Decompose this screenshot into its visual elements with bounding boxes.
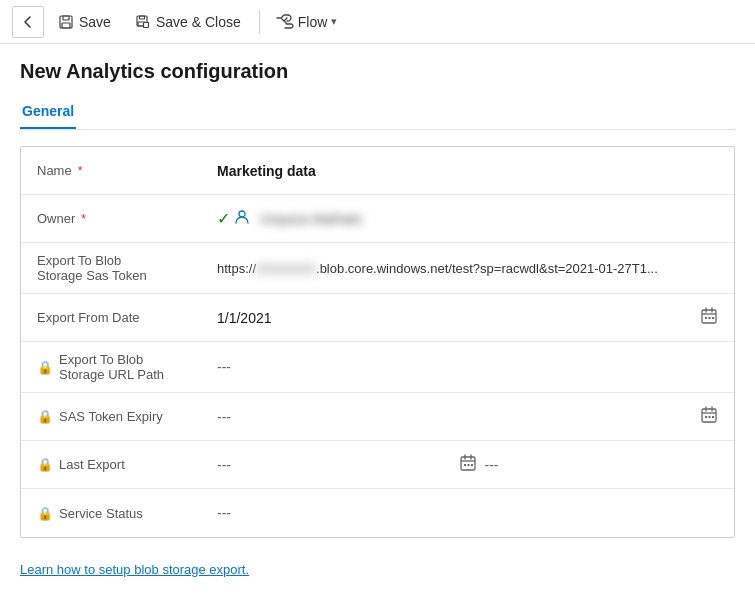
svg-rect-20 xyxy=(471,464,473,466)
sas-expiry-value: --- xyxy=(217,409,700,425)
svg-rect-1 xyxy=(63,16,69,20)
svg-rect-19 xyxy=(467,464,469,466)
service-status-value: --- xyxy=(217,505,718,521)
export-date-row: Export From Date 1/1/2021 xyxy=(21,294,734,342)
page-title: New Analytics configuration xyxy=(20,60,735,83)
name-value: Marketing data xyxy=(217,163,718,179)
svg-rect-15 xyxy=(709,416,711,418)
lock-icon-last-export: 🔒 xyxy=(37,457,53,472)
toolbar-divider xyxy=(259,10,260,34)
required-star: * xyxy=(78,164,83,178)
service-status-label: 🔒 Service Status xyxy=(37,506,217,521)
last-export-label: 🔒 Last Export xyxy=(37,457,217,472)
lock-icon-sas: 🔒 xyxy=(37,409,53,424)
svg-rect-9 xyxy=(702,310,716,323)
svg-point-8 xyxy=(239,211,245,217)
lock-icon-url: 🔒 xyxy=(37,360,53,375)
flow-dropdown-arrow: ▾ xyxy=(331,15,337,28)
export-url-value: --- xyxy=(217,359,718,375)
svg-rect-10 xyxy=(705,317,707,319)
last-export-calendar-icon[interactable] xyxy=(459,454,477,475)
last-export-value1: --- xyxy=(217,457,451,473)
flow-icon xyxy=(276,14,294,30)
sas-expiry-calendar-icon[interactable] xyxy=(700,406,718,427)
tabs: General xyxy=(20,95,735,130)
last-export-value2: --- xyxy=(485,457,719,473)
flow-label: Flow xyxy=(298,14,328,30)
export-url-label: 🔒 Export To Blob Storage URL Path xyxy=(37,352,217,382)
sas-expiry-row: 🔒 SAS Token Expiry --- xyxy=(21,393,734,441)
export-url-row: 🔒 Export To Blob Storage URL Path --- xyxy=(21,342,734,393)
owner-name: Urquiza Mathalo xyxy=(260,211,362,227)
save-label: Save xyxy=(79,14,111,30)
save-button[interactable]: Save xyxy=(48,9,121,35)
svg-rect-4 xyxy=(139,16,144,19)
owner-value: ✓ Urquiza Mathalo xyxy=(217,209,718,229)
export-date-calendar-icon[interactable] xyxy=(700,307,718,328)
blob-sas-value: https://.blob.core.windows.net/test?sp=r… xyxy=(217,261,718,276)
export-date-value: 1/1/2021 xyxy=(217,310,700,326)
export-date-label: Export From Date xyxy=(37,310,217,325)
learn-link-container: Learn how to setup blob storage export. xyxy=(20,550,735,577)
last-export-row: 🔒 Last Export --- --- xyxy=(21,441,734,489)
owner-label: Owner * xyxy=(37,211,217,226)
sas-expiry-label: 🔒 SAS Token Expiry xyxy=(37,409,217,424)
name-label: Name * xyxy=(37,163,217,178)
back-button[interactable] xyxy=(12,6,44,38)
learn-link[interactable]: Learn how to setup blob storage export. xyxy=(20,562,249,577)
flow-button[interactable]: Flow ▾ xyxy=(268,9,346,35)
tab-general[interactable]: General xyxy=(20,95,76,129)
owner-required-star: * xyxy=(81,212,86,226)
save-close-label: Save & Close xyxy=(156,14,241,30)
name-row: Name * Marketing data xyxy=(21,147,734,195)
owner-row: Owner * ✓ Urquiza Mathalo xyxy=(21,195,734,243)
svg-rect-11 xyxy=(709,317,711,319)
page-content: New Analytics configuration General Name… xyxy=(0,44,755,593)
owner-icons: ✓ xyxy=(217,209,250,229)
blob-sas-label: Export To Blob Storage Sas Token xyxy=(37,253,217,283)
svg-rect-13 xyxy=(702,409,716,422)
check-icon: ✓ xyxy=(217,209,230,228)
save-icon xyxy=(58,14,74,30)
svg-rect-14 xyxy=(705,416,707,418)
blob-sas-row: Export To Blob Storage Sas Token https:/… xyxy=(21,243,734,294)
svg-rect-12 xyxy=(712,317,714,319)
svg-rect-16 xyxy=(712,416,714,418)
toolbar: Save Save & Close Flow ▾ xyxy=(0,0,755,44)
person-icon xyxy=(234,209,250,229)
save-close-icon xyxy=(135,14,151,30)
lock-icon-service: 🔒 xyxy=(37,506,53,521)
svg-rect-2 xyxy=(62,23,70,28)
save-close-button[interactable]: Save & Close xyxy=(125,9,251,35)
service-status-row: 🔒 Service Status --- xyxy=(21,489,734,537)
form-card: Name * Marketing data Owner * ✓ xyxy=(20,146,735,538)
back-icon xyxy=(21,15,35,29)
svg-rect-17 xyxy=(461,457,475,470)
svg-rect-18 xyxy=(464,464,466,466)
